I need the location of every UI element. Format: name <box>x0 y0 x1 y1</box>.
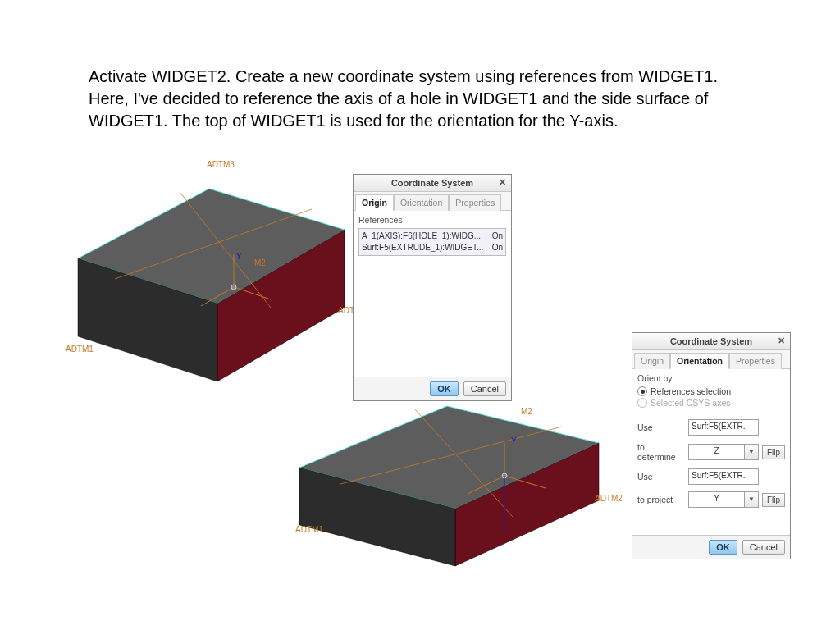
use-label-1: Use <box>637 422 685 432</box>
axis-y-label-b: Y <box>511 436 517 445</box>
datum-label-2b: ADTM2 <box>595 494 623 503</box>
flip-button-1[interactable]: Flip <box>762 445 785 459</box>
project-axis-combo[interactable]: Y ▼ <box>688 491 759 508</box>
radio-icon <box>637 386 647 396</box>
datum-label-m2-b: M2 <box>521 407 532 416</box>
datum-label-3: ADTM3 <box>207 160 235 169</box>
determine-axis-value: Z <box>688 444 745 460</box>
datum-label-1b: ADTM1 <box>295 525 323 534</box>
dialog-title-text: Coordinate System <box>391 178 473 188</box>
determine-axis-combo[interactable]: Z ▼ <box>688 444 759 460</box>
ref-item-2: Surf:F5(EXTRUDE_1):WIDGET... <box>362 242 483 253</box>
radio-label-refsel: References selection <box>651 386 731 396</box>
close-icon-2[interactable]: ✕ <box>775 335 787 346</box>
ok-button-2[interactable]: OK <box>709 540 737 555</box>
dialog-title: Coordinate System ✕ <box>354 175 511 192</box>
cancel-button-2[interactable]: Cancel <box>742 540 785 555</box>
instruction-paragraph: Activate WIDGET2. Create a new coordinat… <box>89 66 753 132</box>
dialog-tabs-2: Origin Orientation Properties <box>632 350 790 369</box>
datum-label-m2: M2 <box>254 258 266 267</box>
axis-y-label: Y <box>236 252 242 261</box>
radio-label-csys: Selected CSYS axes <box>651 398 730 408</box>
tab-properties-2[interactable]: Properties <box>729 353 782 369</box>
project-axis-value: Y <box>688 491 745 508</box>
chevron-down-icon[interactable]: ▼ <box>745 491 759 508</box>
tab-origin-2[interactable]: Origin <box>634 353 670 369</box>
model-preview-2: M2 ADTM2 ADTM1 Y <box>283 394 611 574</box>
radio-selected-csys[interactable]: Selected CSYS axes <box>637 398 785 408</box>
flip-button-2[interactable]: Flip <box>762 493 785 507</box>
tab-orientation[interactable]: Orientation <box>394 194 449 211</box>
datum-label-1: ADTM1 <box>66 345 94 354</box>
coord-sys-dialog-orientation: Coordinate System ✕ Origin Orientation P… <box>632 332 791 559</box>
use-label-2: Use <box>637 472 685 482</box>
model-preview-1: ADTM3 ADTM2 ADTM1 M2 Y <box>66 160 361 398</box>
dialog-title-2: Coordinate System ✕ <box>632 333 790 350</box>
ref-state-2: On <box>492 242 503 253</box>
chevron-down-icon[interactable]: ▼ <box>745 444 759 460</box>
ref-state-1: On <box>492 231 503 242</box>
radio-icon <box>637 398 647 408</box>
to-determine-label: to determine <box>637 442 685 462</box>
use-field-1[interactable]: Surf:F5(EXTR. <box>688 419 759 436</box>
coord-sys-dialog-origin: Coordinate System ✕ Origin Orientation P… <box>353 174 512 401</box>
tab-origin[interactable]: Origin <box>355 194 394 211</box>
radio-references-selection[interactable]: References selection <box>637 386 785 396</box>
tab-orientation-2[interactable]: Orientation <box>670 353 729 369</box>
orient-by-label: Orient by <box>637 373 785 383</box>
svg-point-8 <box>231 285 236 290</box>
close-icon[interactable]: ✕ <box>496 176 508 188</box>
use-field-2[interactable]: Surf:F5(EXTR. <box>688 468 759 485</box>
dialog-tabs: Origin Orientation Properties <box>354 192 511 211</box>
dialog-title-text-2: Coordinate System <box>670 336 752 346</box>
ref-item-1: A_1(AXIS):F6(HOLE_1):WIDG... <box>362 231 481 242</box>
tab-properties[interactable]: Properties <box>449 194 501 211</box>
references-list[interactable]: A_1(AXIS):F6(HOLE_1):WIDG...On Surf:F5(E… <box>358 228 506 256</box>
to-project-label: to project <box>637 495 685 504</box>
references-label: References <box>358 215 506 225</box>
